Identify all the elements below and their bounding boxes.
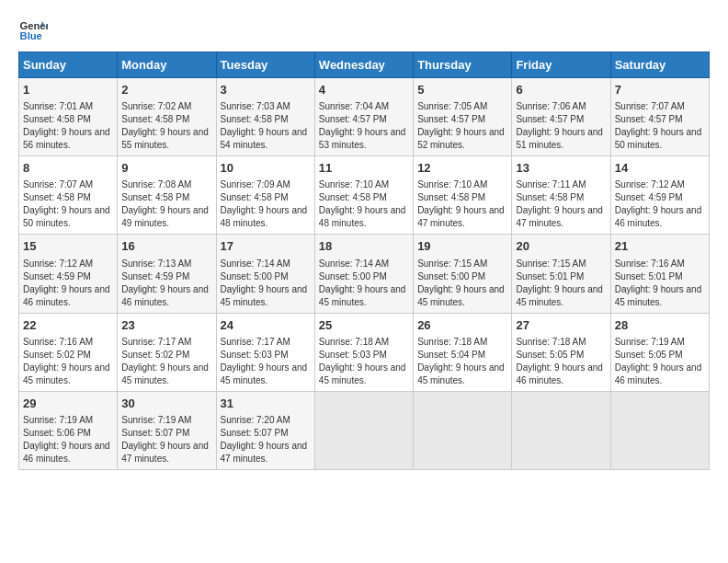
calendar-cell: 9Sunrise: 7:08 AMSunset: 4:58 PMDaylight… — [118, 156, 216, 235]
daylight-text: Daylight: 9 hours and 46 minutes. — [615, 205, 702, 228]
day-number: 17 — [221, 238, 311, 255]
sunrise-text: Sunrise: 7:03 AM — [221, 101, 290, 111]
sunrise-text: Sunrise: 7:08 AM — [121, 179, 191, 190]
sunset-text: Sunset: 4:58 PM — [23, 192, 91, 202]
logo: General Blue — [18, 15, 48, 44]
day-number: 15 — [23, 238, 113, 255]
sunset-text: Sunset: 4:57 PM — [319, 114, 387, 124]
svg-text:Blue: Blue — [20, 30, 42, 41]
sunset-text: Sunset: 4:57 PM — [417, 114, 485, 124]
sunrise-text: Sunrise: 7:17 AM — [221, 337, 290, 347]
calendar-cell: 1Sunrise: 7:01 AMSunset: 4:58 PMDaylight… — [19, 78, 118, 156]
calendar-cell — [314, 391, 413, 469]
sunrise-text: Sunrise: 7:17 AM — [121, 337, 191, 347]
sunrise-text: Sunrise: 7:16 AM — [23, 337, 93, 347]
sunset-text: Sunset: 5:02 PM — [23, 350, 91, 360]
day-number: 31 — [221, 396, 311, 412]
day-number: 28 — [615, 317, 705, 334]
daylight-text: Daylight: 9 hours and 45 minutes. — [516, 284, 603, 307]
sunset-text: Sunset: 5:07 PM — [121, 428, 189, 438]
sunrise-text: Sunrise: 7:18 AM — [319, 337, 389, 347]
sunset-text: Sunset: 4:58 PM — [121, 114, 189, 124]
calendar-cell: 23Sunrise: 7:17 AMSunset: 5:02 PMDayligh… — [118, 313, 216, 391]
daylight-text: Daylight: 9 hours and 45 minutes. — [221, 284, 308, 307]
daylight-text: Daylight: 9 hours and 50 minutes. — [615, 127, 702, 150]
calendar-week-1: 1Sunrise: 7:01 AMSunset: 4:58 PMDaylight… — [19, 78, 710, 156]
sunset-text: Sunset: 5:00 PM — [319, 271, 387, 282]
sunrise-text: Sunrise: 7:07 AM — [615, 101, 685, 111]
sunset-text: Sunset: 4:57 PM — [516, 114, 584, 124]
day-number: 9 — [121, 160, 211, 177]
day-number: 26 — [417, 317, 507, 334]
calendar-cell: 8Sunrise: 7:07 AMSunset: 4:58 PMDaylight… — [19, 156, 118, 235]
calendar-cell: 30Sunrise: 7:19 AMSunset: 5:07 PMDayligh… — [118, 391, 216, 469]
day-number: 8 — [23, 160, 113, 177]
sunset-text: Sunset: 4:57 PM — [615, 114, 683, 124]
calendar-cell: 31Sunrise: 7:20 AMSunset: 5:07 PMDayligh… — [216, 391, 314, 469]
calendar-cell: 20Sunrise: 7:15 AMSunset: 5:01 PMDayligh… — [512, 235, 610, 313]
daylight-text: Daylight: 9 hours and 48 minutes. — [221, 205, 308, 228]
daylight-text: Daylight: 9 hours and 46 minutes. — [516, 362, 603, 385]
calendar-cell — [610, 391, 709, 469]
sunrise-text: Sunrise: 7:11 AM — [516, 179, 586, 190]
daylight-text: Daylight: 9 hours and 46 minutes. — [23, 284, 110, 307]
sunrise-text: Sunrise: 7:12 AM — [615, 179, 685, 190]
calendar-week-2: 8Sunrise: 7:07 AMSunset: 4:58 PMDaylight… — [19, 156, 710, 235]
sunset-text: Sunset: 5:01 PM — [516, 271, 584, 282]
daylight-text: Daylight: 9 hours and 45 minutes. — [417, 284, 505, 307]
calendar-cell: 21Sunrise: 7:16 AMSunset: 5:01 PMDayligh… — [610, 235, 709, 313]
day-number: 29 — [23, 396, 113, 412]
sunrise-text: Sunrise: 7:20 AM — [221, 415, 290, 425]
calendar-cell: 10Sunrise: 7:09 AMSunset: 4:58 PMDayligh… — [216, 156, 314, 235]
calendar-cell: 17Sunrise: 7:14 AMSunset: 5:00 PMDayligh… — [216, 235, 314, 313]
sunset-text: Sunset: 5:07 PM — [221, 428, 289, 438]
sunset-text: Sunset: 4:58 PM — [23, 114, 91, 124]
calendar-cell — [414, 391, 512, 469]
calendar-week-5: 29Sunrise: 7:19 AMSunset: 5:06 PMDayligh… — [19, 391, 710, 469]
sunset-text: Sunset: 5:00 PM — [221, 271, 289, 282]
sunrise-text: Sunrise: 7:19 AM — [615, 337, 685, 347]
day-number: 2 — [121, 82, 211, 98]
sunset-text: Sunset: 4:59 PM — [23, 271, 91, 282]
calendar-header-row: SundayMondayTuesdayWednesdayThursdayFrid… — [19, 52, 710, 78]
sunset-text: Sunset: 5:03 PM — [319, 350, 387, 360]
daylight-text: Daylight: 9 hours and 53 minutes. — [319, 127, 406, 150]
daylight-text: Daylight: 9 hours and 45 minutes. — [221, 362, 308, 385]
sunrise-text: Sunrise: 7:04 AM — [319, 101, 389, 111]
daylight-text: Daylight: 9 hours and 45 minutes. — [615, 284, 702, 307]
day-number: 14 — [615, 160, 705, 177]
sunrise-text: Sunrise: 7:18 AM — [516, 337, 586, 347]
day-header-thursday: Thursday — [414, 52, 512, 78]
calendar-cell: 3Sunrise: 7:03 AMSunset: 4:58 PMDaylight… — [216, 78, 314, 156]
calendar-cell: 5Sunrise: 7:05 AMSunset: 4:57 PMDaylight… — [414, 78, 512, 156]
sunset-text: Sunset: 4:59 PM — [615, 192, 683, 202]
calendar-cell: 4Sunrise: 7:04 AMSunset: 4:57 PMDaylight… — [314, 78, 413, 156]
sunrise-text: Sunrise: 7:06 AM — [516, 101, 586, 111]
day-number: 20 — [516, 238, 606, 255]
day-number: 3 — [221, 82, 311, 98]
sunset-text: Sunset: 4:59 PM — [121, 271, 189, 282]
day-number: 21 — [615, 238, 705, 255]
sunset-text: Sunset: 5:02 PM — [121, 350, 189, 360]
calendar-cell: 14Sunrise: 7:12 AMSunset: 4:59 PMDayligh… — [610, 156, 709, 235]
daylight-text: Daylight: 9 hours and 54 minutes. — [221, 127, 308, 150]
day-number: 27 — [516, 317, 606, 334]
day-number: 23 — [121, 317, 211, 334]
sunset-text: Sunset: 5:06 PM — [23, 428, 91, 438]
day-number: 7 — [615, 82, 705, 98]
daylight-text: Daylight: 9 hours and 45 minutes. — [319, 362, 406, 385]
calendar-cell: 25Sunrise: 7:18 AMSunset: 5:03 PMDayligh… — [314, 313, 413, 391]
daylight-text: Daylight: 9 hours and 52 minutes. — [417, 127, 505, 150]
daylight-text: Daylight: 9 hours and 56 minutes. — [23, 127, 110, 150]
daylight-text: Daylight: 9 hours and 46 minutes. — [23, 441, 110, 464]
calendar-cell: 15Sunrise: 7:12 AMSunset: 4:59 PMDayligh… — [19, 235, 118, 313]
page-header: General Blue — [18, 15, 710, 44]
daylight-text: Daylight: 9 hours and 49 minutes. — [121, 205, 209, 228]
daylight-text: Daylight: 9 hours and 45 minutes. — [319, 284, 406, 307]
sunrise-text: Sunrise: 7:15 AM — [417, 259, 487, 269]
sunrise-text: Sunrise: 7:18 AM — [417, 337, 487, 347]
calendar-cell: 16Sunrise: 7:13 AMSunset: 4:59 PMDayligh… — [118, 235, 216, 313]
daylight-text: Daylight: 9 hours and 47 minutes. — [516, 205, 603, 228]
day-number: 4 — [319, 82, 409, 98]
calendar-cell: 18Sunrise: 7:14 AMSunset: 5:00 PMDayligh… — [314, 235, 413, 313]
